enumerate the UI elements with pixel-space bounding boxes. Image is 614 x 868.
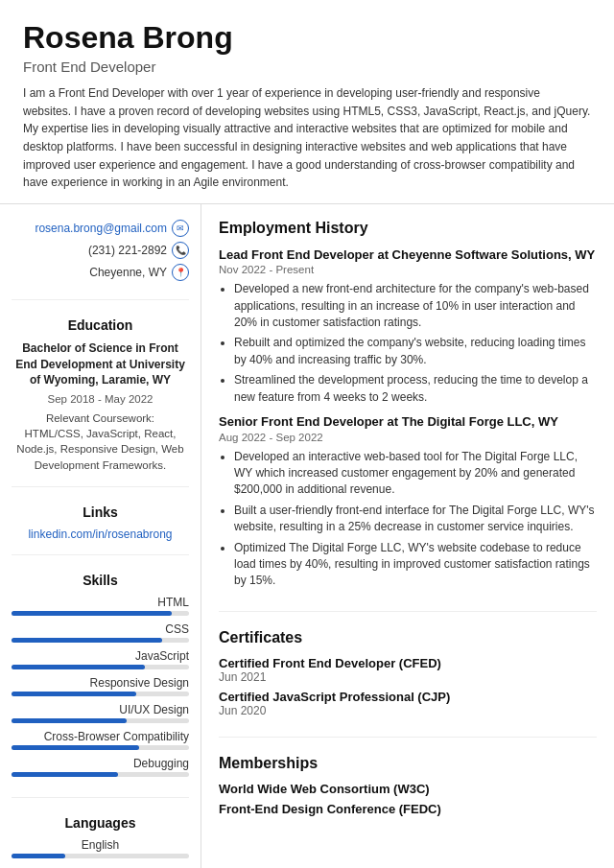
- coursework-label: Relevant Coursework:: [46, 412, 154, 424]
- languages-list: English: [12, 838, 189, 858]
- skill-bar-bg: [12, 638, 189, 643]
- job-dates: Nov 2022 - Present: [219, 264, 597, 275]
- skill-bar-bg: [12, 665, 189, 669]
- skills-list: HTML CSS JavaScript Responsive Design UI…: [12, 596, 189, 777]
- cert-entry: Certified JavaScript Professional (CJP) …: [219, 690, 597, 717]
- skill-bar-fill: [12, 692, 136, 696]
- skill-row: UI/UX Design: [12, 703, 189, 723]
- language-name: English: [12, 838, 189, 852]
- contact-phone: (231) 221-2892 📞: [12, 242, 189, 259]
- skills-section: Skills HTML CSS JavaScript Responsive De…: [12, 573, 189, 798]
- memberships-list: World Wide Web Consortium (W3C)Front-End…: [219, 782, 597, 816]
- skill-bar-fill: [12, 772, 118, 777]
- job-bullets: Developed an interactive web-based tool …: [219, 449, 597, 590]
- location-icon: 📍: [172, 264, 189, 281]
- skill-row: CSS: [12, 622, 189, 643]
- employment-section: Employment History Lead Front End Develo…: [219, 220, 597, 612]
- education-section: Education Bachelor of Science in Front E…: [12, 317, 189, 487]
- education-dates: Sep 2018 - May 2022: [12, 391, 189, 407]
- linkedin-link[interactable]: linkedin.com/in/rosenabrong: [12, 528, 189, 541]
- skill-bar-bg: [12, 692, 189, 696]
- links-section: Links linkedin.com/in/rosenabrong: [12, 504, 189, 555]
- skill-row: HTML: [12, 596, 189, 616]
- job-entry: Lead Front End Developer at Cheyenne Sof…: [219, 246, 597, 406]
- right-column: Employment History Lead Front End Develo…: [201, 204, 614, 868]
- skill-bar-bg: [12, 611, 189, 616]
- skills-title: Skills: [12, 573, 189, 588]
- cert-date: Jun 2021: [219, 670, 597, 684]
- skill-bar-fill: [12, 718, 127, 723]
- resume-header: Rosena Brong Front End Developer I am a …: [0, 0, 614, 204]
- skill-row: JavaScript: [12, 649, 189, 669]
- skill-bar-bg: [12, 745, 189, 750]
- job-dates: Aug 2022 - Sep 2022: [219, 432, 597, 443]
- skill-bar-bg: [12, 772, 189, 777]
- job-bullet: Streamlined the development process, red…: [234, 372, 597, 406]
- certificates-title: Certificates: [219, 629, 597, 646]
- email-text[interactable]: rosena.brong@gmail.com: [35, 222, 167, 235]
- job-title: Senior Front End Developer at The Digita…: [219, 413, 597, 431]
- education-degree: Bachelor of Science in Front End Develop…: [12, 340, 189, 388]
- memberships-title: Memberships: [219, 755, 597, 772]
- skill-name: UI/UX Design: [12, 703, 189, 716]
- skill-name: JavaScript: [12, 649, 189, 663]
- contact-email: rosena.brong@gmail.com ✉: [12, 220, 189, 237]
- languages-title: Languages: [12, 815, 189, 831]
- candidate-name: Rosena Brong: [23, 21, 591, 55]
- contact-section: rosena.brong@gmail.com ✉ (231) 221-2892 …: [12, 220, 189, 300]
- resume-body: rosena.brong@gmail.com ✉ (231) 221-2892 …: [0, 204, 614, 868]
- candidate-summary: I am a Front End Developer with over 1 y…: [23, 84, 591, 192]
- membership-entry: World Wide Web Consortium (W3C): [219, 782, 597, 796]
- job-bullet: Developed an interactive web-based tool …: [234, 449, 597, 499]
- cert-name: Certified Front End Developer (CFED): [219, 656, 597, 670]
- skill-bar-fill: [12, 745, 139, 750]
- skill-row: Debugging: [12, 757, 189, 777]
- coursework-items: HTML/CSS, JavaScript, React, Node.js, Re…: [16, 428, 183, 470]
- membership-entry: Front-End Design Conference (FEDC): [219, 802, 597, 816]
- job-entry: Senior Front End Developer at The Digita…: [219, 413, 597, 590]
- certs-list: Certified Front End Developer (CFED) Jun…: [219, 656, 597, 717]
- language-row: English: [12, 838, 189, 858]
- education-coursework: Relevant Coursework: HTML/CSS, JavaScrip…: [12, 411, 189, 472]
- skill-name: CSS: [12, 622, 189, 636]
- languages-section: Languages English: [12, 815, 189, 868]
- skill-bar-fill: [12, 665, 145, 669]
- skill-bar-bg: [12, 718, 189, 723]
- memberships-section: Memberships World Wide Web Consortium (W…: [219, 755, 597, 835]
- skill-name: HTML: [12, 596, 189, 609]
- skill-name: Debugging: [12, 757, 189, 770]
- email-icon: ✉: [172, 220, 189, 237]
- language-bar-fill: [12, 854, 65, 858]
- skill-row: Cross-Browser Compatibility: [12, 730, 189, 750]
- left-column: rosena.brong@gmail.com ✉ (231) 221-2892 …: [0, 204, 201, 868]
- skill-bar-fill: [12, 638, 162, 643]
- candidate-title: Front End Developer: [23, 59, 591, 75]
- language-bar-bg: [12, 854, 189, 858]
- cert-name: Certified JavaScript Professional (CJP): [219, 690, 597, 704]
- job-bullet: Developed a new front-end architecture f…: [234, 281, 597, 331]
- location-text: Cheyenne, WY: [89, 266, 167, 279]
- cert-date: Jun 2020: [219, 704, 597, 717]
- employment-title: Employment History: [219, 220, 597, 237]
- skill-name: Cross-Browser Compatibility: [12, 730, 189, 743]
- job-title: Lead Front End Developer at Cheyenne Sof…: [219, 246, 597, 264]
- cert-entry: Certified Front End Developer (CFED) Jun…: [219, 656, 597, 684]
- skill-name: Responsive Design: [12, 676, 189, 690]
- phone-text: (231) 221-2892: [88, 244, 167, 257]
- job-bullet: Rebuilt and optimized the company's webs…: [234, 335, 597, 368]
- contact-location: Cheyenne, WY 📍: [12, 264, 189, 281]
- job-bullets: Developed a new front-end architecture f…: [219, 281, 597, 406]
- job-bullet: Optimized The Digital Forge LLC, WY's we…: [234, 540, 597, 590]
- skill-bar-fill: [12, 611, 172, 616]
- phone-icon: 📞: [172, 242, 189, 259]
- jobs-list: Lead Front End Developer at Cheyenne Sof…: [219, 246, 597, 590]
- skill-row: Responsive Design: [12, 676, 189, 696]
- membership-name: Front-End Design Conference (FEDC): [219, 802, 597, 816]
- membership-name: World Wide Web Consortium (W3C): [219, 782, 597, 796]
- education-title: Education: [12, 317, 189, 333]
- job-bullet: Built a user-friendly front-end interfac…: [234, 503, 597, 536]
- certificates-section: Certificates Certified Front End Develop…: [219, 629, 597, 738]
- links-title: Links: [12, 504, 189, 520]
